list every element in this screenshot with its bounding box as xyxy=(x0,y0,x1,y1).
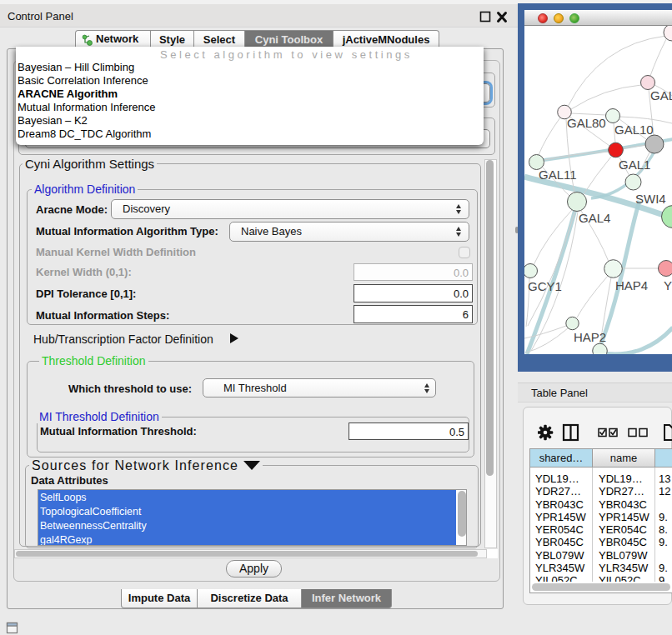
svg-text:GAL80: GAL80 xyxy=(567,116,606,130)
svg-text:GAL1: GAL1 xyxy=(619,158,650,172)
svg-text:Y: Y xyxy=(664,278,672,292)
svg-text:SWI4: SWI4 xyxy=(635,192,666,206)
svg-text:GCY1: GCY1 xyxy=(528,279,562,293)
svg-text:GAL10: GAL10 xyxy=(614,122,654,137)
svg-text:GAL2: GAL2 xyxy=(650,88,672,102)
svg-text:GAL11: GAL11 xyxy=(539,168,577,182)
svg-text:HAP2: HAP2 xyxy=(574,330,606,344)
svg-text:GAL4: GAL4 xyxy=(579,211,610,225)
svg-text:HAP4: HAP4 xyxy=(615,278,648,292)
